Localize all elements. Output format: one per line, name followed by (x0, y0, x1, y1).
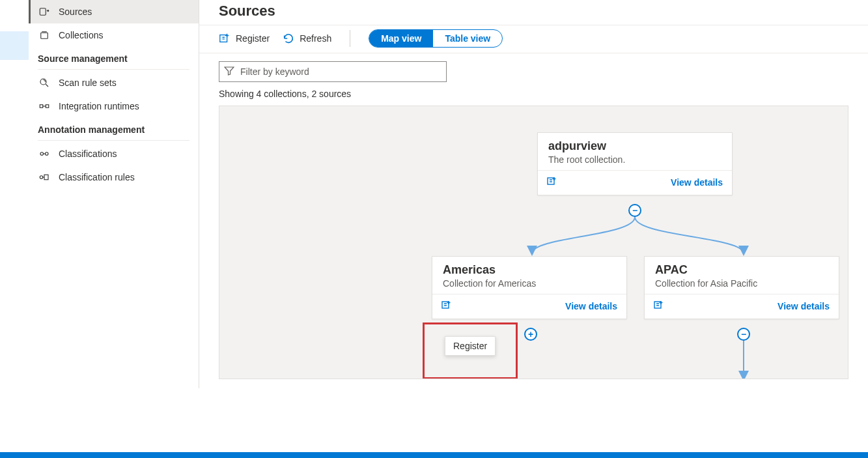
card-title: Americas (443, 263, 616, 277)
filter-keyword (219, 61, 447, 82)
filter-input[interactable] (219, 61, 447, 82)
register-icon (219, 33, 231, 44)
sidebar-item-scan-rule-sets[interactable]: Scan rule sets (29, 71, 199, 94)
card-title: adpurview (548, 139, 721, 153)
card-desc: Collection for Americas (443, 278, 616, 289)
sidebar: Sources Collections Source management Sc… (29, 0, 199, 388)
card-register-button[interactable] (654, 300, 664, 312)
grid-plus-icon (441, 300, 452, 312)
sidebar-item-integration-runtimes[interactable]: Integration runtimes (29, 94, 199, 118)
map-view-tab[interactable]: Map view (369, 30, 433, 47)
integration-icon (38, 100, 51, 113)
card-desc: Collection for Asia Pacific (655, 278, 828, 289)
svg-rect-14 (46, 105, 49, 108)
toolbar: Register Refresh Map view Table view (199, 25, 868, 53)
table-view-tab[interactable]: Table view (433, 30, 502, 47)
expand-toggle-americas[interactable]: + (524, 328, 537, 341)
view-details-link[interactable]: View details (777, 301, 830, 311)
sidebar-item-label: Collections (59, 30, 103, 40)
classifications-icon (38, 147, 51, 160)
main: Sources Register Refresh Map view Table … (199, 0, 868, 388)
grid-plus-icon (547, 176, 557, 188)
sidebar-item-label: Classification rules (59, 172, 135, 182)
sidebar-item-label: Sources (59, 7, 92, 17)
rail-item-data-catalog[interactable] (0, 0, 29, 29)
svg-rect-18 (44, 175, 48, 180)
card-register-button[interactable] (441, 300, 452, 312)
result-count: Showing 4 collections, 2 sources (199, 85, 868, 106)
sidebar-header-source-mgmt: Source management (29, 47, 199, 68)
collapse-toggle-root[interactable]: − (628, 204, 641, 217)
filter-icon (224, 66, 234, 78)
sidebar-item-classifications[interactable]: Classifications (29, 142, 199, 165)
view-details-link[interactable]: View details (671, 177, 723, 188)
sidebar-item-collections[interactable]: Collections (29, 23, 199, 47)
divider (350, 30, 350, 47)
collections-icon (38, 29, 51, 42)
rail-item-data-map[interactable] (0, 31, 29, 60)
sources-icon (38, 5, 51, 18)
sidebar-item-classification-rules[interactable]: Classification rules (29, 165, 199, 189)
card-register-button[interactable] (547, 176, 557, 188)
rail-item-insights[interactable]: ? (0, 63, 29, 91)
classification-rules-icon (38, 171, 51, 184)
svg-point-15 (40, 152, 44, 156)
svg-rect-13 (40, 105, 43, 108)
card-desc: The root collection. (548, 154, 721, 165)
grid-plus-icon (654, 300, 664, 312)
rail-item-management[interactable] (0, 94, 29, 122)
sidebar-header-annotation: Annotation management (29, 118, 199, 139)
svg-point-16 (46, 152, 49, 156)
sidebar-item-label: Integration runtimes (59, 101, 139, 111)
register-button[interactable]: Register (219, 33, 270, 44)
collection-card-root: adpurview The root collection. View deta… (537, 132, 733, 195)
scan-rule-icon (38, 76, 51, 89)
svg-rect-10 (40, 8, 46, 16)
sidebar-item-label: Classifications (59, 149, 117, 159)
svg-rect-11 (41, 33, 48, 38)
card-title: APAC (655, 263, 828, 277)
map-canvas[interactable]: adpurview The root collection. View deta… (219, 106, 848, 379)
svg-rect-19 (220, 35, 227, 42)
nav-rail: ? (0, 0, 29, 388)
refresh-label: Refresh (300, 33, 331, 44)
view-details-link[interactable]: View details (565, 301, 617, 311)
svg-point-17 (40, 176, 43, 179)
refresh-icon (283, 33, 294, 44)
view-toggle: Map view Table view (369, 29, 503, 48)
page-title: Sources (199, 0, 868, 25)
refresh-button[interactable]: Refresh (283, 33, 331, 44)
sidebar-item-sources[interactable]: Sources (29, 0, 199, 23)
register-label: Register (236, 33, 270, 44)
annotation-highlight (423, 322, 518, 379)
collapse-toggle-apac[interactable]: − (737, 328, 750, 341)
sidebar-item-label: Scan rule sets (59, 78, 117, 88)
collection-card-americas: Americas Collection for Americas View de… (432, 256, 627, 319)
collection-card-apac: APAC Collection for Asia Pacific View de… (644, 256, 839, 319)
